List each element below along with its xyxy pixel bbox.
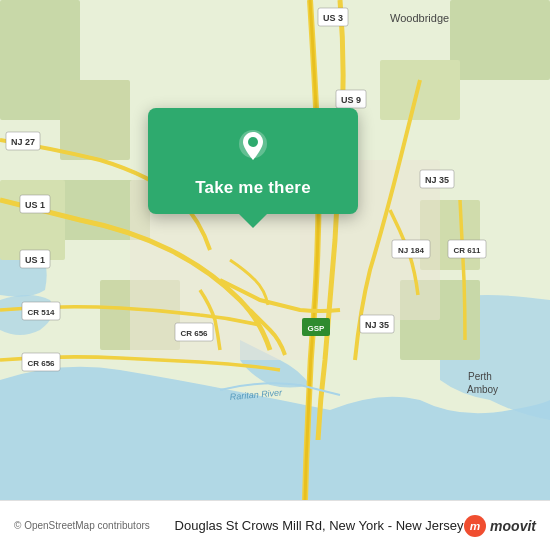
svg-point-45 xyxy=(248,137,258,147)
moovit-icon: m xyxy=(464,515,486,537)
svg-text:CR 656: CR 656 xyxy=(180,329,208,338)
svg-text:CR 611: CR 611 xyxy=(453,246,481,255)
svg-text:m: m xyxy=(470,519,481,533)
svg-rect-2 xyxy=(450,0,550,80)
bottom-bar: © OpenStreetMap contributors Douglas St … xyxy=(0,500,550,550)
svg-rect-5 xyxy=(0,180,65,260)
svg-text:US 3: US 3 xyxy=(323,13,343,23)
svg-text:NJ 184: NJ 184 xyxy=(398,246,424,255)
svg-text:US 1: US 1 xyxy=(25,255,45,265)
svg-text:CR 656: CR 656 xyxy=(27,359,55,368)
svg-text:US 1: US 1 xyxy=(25,200,45,210)
location-pin-icon xyxy=(232,126,274,168)
svg-text:Woodbridge: Woodbridge xyxy=(390,12,449,24)
popup-label: Take me there xyxy=(195,178,311,198)
svg-text:Amboy: Amboy xyxy=(467,384,498,395)
svg-rect-3 xyxy=(380,60,460,120)
svg-text:NJ 27: NJ 27 xyxy=(11,137,35,147)
svg-text:GSP: GSP xyxy=(308,324,326,333)
svg-text:NJ 35: NJ 35 xyxy=(425,175,449,185)
svg-text:NJ 35: NJ 35 xyxy=(365,320,389,330)
location-label: Douglas St Crows Mill Rd, New York - New… xyxy=(174,518,464,533)
attribution: © OpenStreetMap contributors xyxy=(14,520,174,531)
svg-text:US 9: US 9 xyxy=(341,95,361,105)
svg-text:Perth: Perth xyxy=(468,371,492,382)
svg-rect-6 xyxy=(60,80,130,160)
svg-text:CR 514: CR 514 xyxy=(27,308,55,317)
moovit-brand-text: moovit xyxy=(490,518,536,534)
take-me-there-popup[interactable]: Take me there xyxy=(148,108,358,214)
map-view[interactable]: US 3 US 9 NJ 35 NJ 35 US 1 US 1 NJ 27 CR… xyxy=(0,0,550,500)
map-tiles: US 3 US 9 NJ 35 NJ 35 US 1 US 1 NJ 27 CR… xyxy=(0,0,550,500)
moovit-logo: m moovit xyxy=(464,515,536,537)
